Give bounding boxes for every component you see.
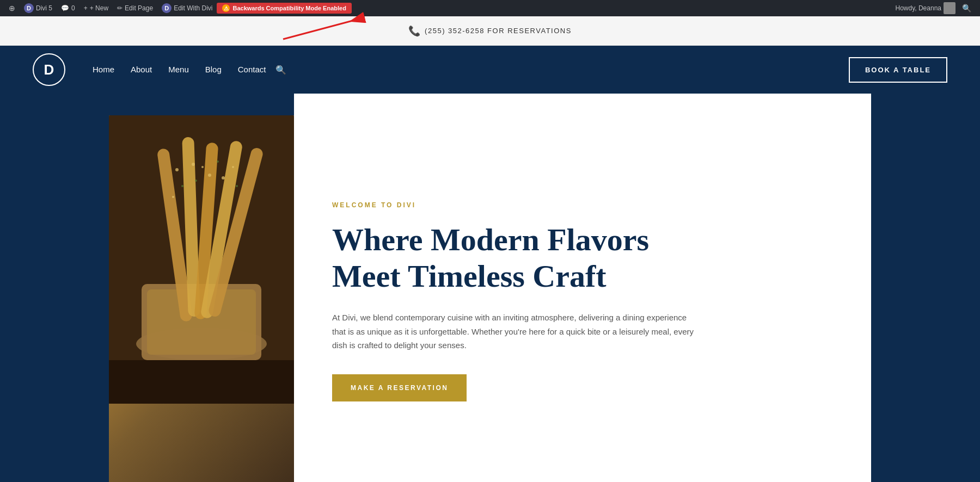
compat-label: Backwards Compatibility Mode Enabled <box>232 5 346 11</box>
hero-content: WELCOME TO DIVI Where Modern Flavors Mee… <box>294 94 871 482</box>
svg-point-14 <box>192 163 195 166</box>
phone-icon: 📞 <box>408 25 420 37</box>
navbar: D Home About Menu Blog Contact 🔍 BOOK A … <box>0 46 980 94</box>
book-table-button[interactable]: BOOK A TABLE <box>849 57 947 83</box>
compat-badge[interactable]: ⚠ Backwards Compatibility Mode Enabled <box>217 3 351 14</box>
nav-search-icon[interactable]: 🔍 <box>275 65 286 75</box>
hero-description: At Divi, we blend contemporary cuisine w… <box>332 311 702 353</box>
svg-point-15 <box>195 180 197 182</box>
hero-tagline: WELCOME TO DIVI <box>332 201 838 209</box>
logo-letter: D <box>44 61 54 78</box>
wordpress-icon: ⊕ <box>9 4 15 13</box>
svg-point-20 <box>232 166 234 168</box>
search-icon[interactable]: 🔍 <box>958 4 976 13</box>
svg-point-18 <box>217 160 219 163</box>
admin-bar: ⊕ D Divi 5 💬 0 + + New ✏ Edit Page D Edi… <box>0 0 980 16</box>
warning-icon: ⚠ <box>222 4 230 12</box>
svg-point-11 <box>175 168 179 171</box>
nav-item-contact[interactable]: Contact <box>238 65 266 75</box>
svg-point-16 <box>201 166 204 168</box>
edit-with-divi-label: Edit With Divi <box>174 4 212 12</box>
new-item[interactable]: + + New <box>79 0 113 16</box>
nav-item-home[interactable]: Home <box>93 65 114 75</box>
bread-illustration <box>109 115 294 404</box>
edit-page-label: Edit Page <box>125 4 153 12</box>
hero-title: Where Modern Flavors Meet Timeless Craft <box>332 222 838 294</box>
divi-item[interactable]: D Divi 5 <box>20 0 57 16</box>
hero-title-line1: Where Modern Flavors <box>332 222 649 257</box>
edit-page-item[interactable]: ✏ Edit Page <box>113 0 157 16</box>
logo[interactable]: D <box>33 53 65 86</box>
hero-title-line2: Meet Timeless Craft <box>332 258 607 294</box>
admin-bar-right: Howdy, Deanna 🔍 <box>896 2 976 14</box>
nav-link-menu[interactable]: Menu <box>168 65 189 74</box>
nav-item-blog[interactable]: Blog <box>205 65 222 75</box>
edit-with-divi-item[interactable]: D Edit With Divi <box>157 0 217 16</box>
howdy-label: Howdy, Deanna <box>896 4 942 12</box>
nav-item-menu[interactable]: Menu <box>168 65 189 75</box>
nav-link-contact[interactable]: Contact <box>238 65 266 74</box>
nav-links: Home About Menu Blog Contact <box>93 65 266 75</box>
svg-point-19 <box>222 176 225 180</box>
hero-image <box>109 115 294 482</box>
svg-point-12 <box>181 185 183 187</box>
comment-icon: 💬 <box>61 4 69 12</box>
divi-label: Divi 5 <box>36 4 52 12</box>
divi-badge: D <box>24 3 34 13</box>
new-label: + New <box>90 4 108 12</box>
new-icon: + <box>84 4 88 12</box>
nav-item-about[interactable]: About <box>131 65 152 75</box>
edit-icon: ✏ <box>117 4 122 12</box>
nav-link-about[interactable]: About <box>131 65 152 74</box>
phone-text: (255) 352-6258 FOR RESERVATIONS <box>425 27 572 35</box>
nav-link-home[interactable]: Home <box>93 65 114 74</box>
svg-point-17 <box>208 174 211 177</box>
comments-count: 0 <box>71 4 75 12</box>
hero-right-bg <box>871 94 980 482</box>
top-bar: 📞 (255) 352-6258 FOR RESERVATIONS <box>0 16 980 46</box>
wordpress-icon-item[interactable]: ⊕ <box>4 0 20 16</box>
avatar <box>944 2 955 14</box>
svg-point-21 <box>236 185 238 187</box>
svg-point-13 <box>172 196 174 198</box>
divi-badge-small: D <box>162 3 171 13</box>
reservation-button[interactable]: MAKE A RESERVATION <box>332 374 467 401</box>
svg-rect-22 <box>109 360 294 404</box>
hero-section: WELCOME TO DIVI Where Modern Flavors Mee… <box>0 94 980 482</box>
comments-item[interactable]: 💬 0 <box>57 0 79 16</box>
nav-link-blog[interactable]: Blog <box>205 65 222 74</box>
